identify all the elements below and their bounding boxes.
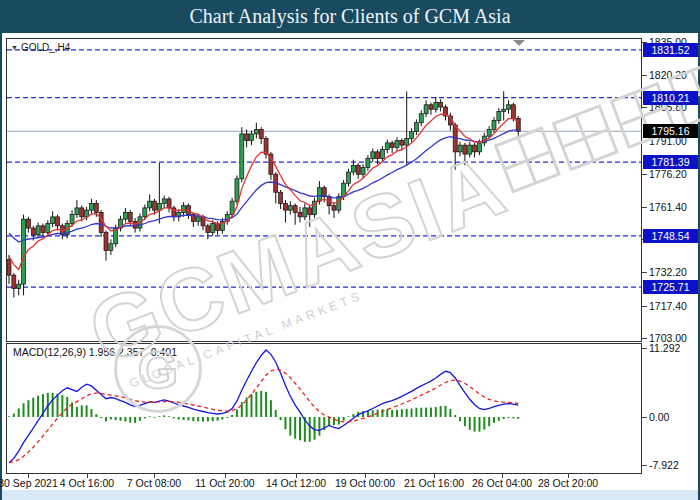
price-tick-label: 1761.40 [649, 200, 687, 214]
current-price-badge: 1795.16 [643, 124, 698, 138]
macd-tick [642, 348, 647, 349]
macd-indicator-panel[interactable]: MACD(12,26,9) 1.956 2.357 -0.401 [6, 343, 642, 474]
time-tick-label: 28 Oct 20:00 [531, 477, 605, 489]
chart-content: ▼GOLD_,H4 MACD(12,26,9) 1.956 2.357 -0.4… [2, 33, 698, 490]
candles-group [7, 91, 520, 297]
price-tick-label: 1820.20 [649, 68, 687, 82]
price-tick [642, 141, 647, 142]
level-price-badge: 1748.54 [643, 229, 698, 243]
price-tick [642, 306, 647, 307]
macd-indicator-label: MACD(12,26,9) 1.956 2.357 -0.401 [13, 346, 177, 358]
price-chart-panel[interactable]: ▼GOLD_,H4 [6, 38, 642, 342]
time-tick-label: 26 Oct 04:00 [465, 477, 539, 489]
price-tick-label: 1717.40 [649, 299, 687, 313]
macd-tick [642, 417, 647, 418]
time-tick-label: 7 Oct 08:00 [117, 477, 191, 489]
symbol-label: ▼GOLD_,H4 [11, 42, 70, 53]
page-title: Chart Analysis for Clients of GCM Asia [189, 5, 510, 27]
macd-tick [642, 465, 647, 466]
symbol-period-text: GOLD_,H4 [21, 42, 70, 53]
price-tick [642, 272, 647, 273]
level-price-badge: 1725.71 [643, 280, 698, 294]
macd-tick-label: 11.292 [649, 341, 680, 355]
level-price-badge: 1781.39 [643, 155, 698, 169]
chart-shift-marker-icon [513, 40, 525, 46]
macd-histogram-group [9, 391, 518, 442]
price-tick [642, 338, 647, 339]
macd-tick-label: -7.922 [649, 458, 679, 472]
bottom-strip [2, 490, 698, 500]
symbol-dropdown-caret[interactable]: ▼ [11, 44, 18, 51]
time-tick-label: 11 Oct 20:00 [188, 477, 262, 489]
macd-tick-label: 0.00 [649, 410, 669, 424]
chart-window: Chart Analysis for Clients of GCM Asia ▼… [0, 0, 700, 500]
macd-plot[interactable] [7, 344, 641, 473]
title-bar: Chart Analysis for Clients of GCM Asia [0, 0, 700, 33]
price-tick [642, 207, 647, 208]
candlestick-plot[interactable] [7, 39, 641, 341]
time-tick-label: 14 Oct 12:00 [259, 477, 333, 489]
level-price-badge: 1810.21 [643, 91, 698, 105]
time-tick-label: 21 Oct 16:00 [397, 477, 471, 489]
price-tick [642, 174, 647, 175]
level-price-badge: 1831.52 [643, 43, 698, 57]
price-tick [642, 75, 647, 76]
time-tick-label: 4 Oct 16:00 [50, 477, 124, 489]
time-tick-label: 19 Oct 00:00 [328, 477, 402, 489]
price-tick [642, 107, 647, 108]
price-tick-label: 1732.20 [649, 265, 687, 279]
